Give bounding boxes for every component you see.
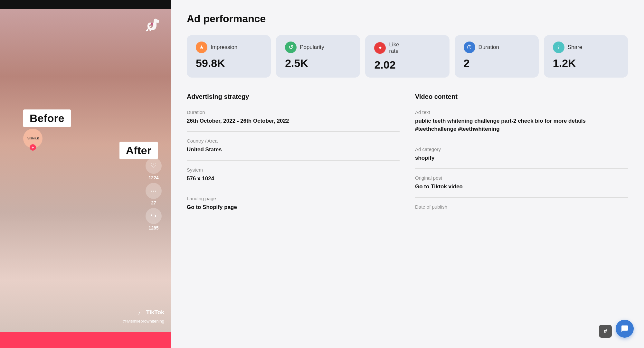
- hash-overlay: #: [599, 325, 612, 338]
- right-panel: Ad performance ★ Impression 59.8K ↺ Popu…: [171, 0, 644, 348]
- video-content-title: Video content: [415, 93, 628, 100]
- country-detail: Country / Area United States: [187, 138, 400, 161]
- comment-count: 27: [151, 200, 156, 205]
- impression-card: ★ Impression 59.8K: [187, 35, 271, 78]
- like-rate-header: ✦ Likerate: [374, 42, 440, 55]
- date-publish-detail: Date of publish: [415, 204, 628, 218]
- before-label: Before: [23, 109, 71, 127]
- country-detail-value: United States: [187, 146, 400, 154]
- tiktok-handle: @ivismileprowhitening: [122, 319, 164, 324]
- duration-icon: ⏱: [464, 42, 475, 53]
- share-card: ⇪ Share 1.2K: [544, 35, 628, 78]
- duration-label: Duration: [478, 44, 499, 51]
- system-detail-value: 576 x 1024: [187, 174, 400, 183]
- like-rate-icon: ✦: [374, 42, 386, 54]
- popularity-icon: ↺: [285, 42, 297, 53]
- duration-detail: Duration 26th October, 2022 - 26th Octob…: [187, 109, 400, 132]
- comment-icon: ···: [146, 183, 162, 199]
- popularity-value: 2.5K: [285, 57, 351, 70]
- like-rate-label: Likerate: [389, 42, 399, 55]
- after-label: After: [119, 142, 158, 159]
- share-header: ⇪ Share: [553, 42, 619, 53]
- like-action[interactable]: ♡ 1224: [146, 158, 162, 180]
- tiktok-brand-icon: [144, 15, 160, 33]
- landing-page-value[interactable]: Go to Shopify page: [187, 203, 400, 212]
- like-count: 1224: [148, 175, 158, 180]
- share-value: 1.2K: [553, 57, 619, 70]
- share-metric-icon: ⇪: [553, 42, 564, 53]
- original-post-label: Original post: [415, 175, 628, 181]
- ad-category-label: Ad category: [415, 146, 628, 152]
- comment-action[interactable]: ··· 27: [146, 183, 162, 205]
- original-post-detail: Original post Go to Tiktok video: [415, 175, 628, 198]
- share-icon: ↪: [146, 208, 162, 224]
- popularity-card: ↺ Popularity 2.5K: [276, 35, 360, 78]
- share-action[interactable]: ↪ 1285: [146, 208, 162, 230]
- duration-detail-label: Duration: [187, 109, 400, 115]
- svg-text:♪: ♪: [138, 310, 140, 315]
- impression-label: Impression: [211, 44, 237, 51]
- advertising-strategy-title: Advertising strategy: [187, 93, 400, 100]
- duration-header: ⏱ Duration: [464, 42, 530, 53]
- metrics-row: ★ Impression 59.8K ↺ Popularity 2.5K ✦ L…: [187, 35, 628, 78]
- impression-icon: ★: [196, 42, 207, 53]
- ad-text-value: public teeth whitening challenge part-2 …: [415, 117, 628, 133]
- advertising-strategy-column: Advertising strategy Duration 26th Octob…: [187, 93, 400, 224]
- country-detail-label: Country / Area: [187, 138, 400, 144]
- popularity-label: Popularity: [300, 44, 324, 51]
- ad-text-detail: Ad text public teeth whitening challenge…: [415, 109, 628, 140]
- watermark-text: TikTok: [146, 309, 164, 316]
- duration-detail-value: 26th October, 2022 - 26th October, 2022: [187, 117, 400, 125]
- details-grid: Advertising strategy Duration 26th Octob…: [187, 93, 628, 224]
- date-publish-label: Date of publish: [415, 204, 628, 210]
- duration-card: ⏱ Duration 2: [455, 35, 539, 78]
- ad-category-value: shopify: [415, 154, 628, 162]
- impression-value: 59.8K: [196, 57, 262, 70]
- follow-plus-icon[interactable]: +: [30, 144, 36, 151]
- landing-page-detail: Landing page Go to Shopify page: [187, 196, 400, 218]
- original-post-value[interactable]: Go to Tiktok video: [415, 183, 628, 191]
- tiktok-watermark: ♪ TikTok: [137, 309, 164, 316]
- avatar-text: IVISMILE: [27, 137, 39, 140]
- video-top-bar: [0, 0, 171, 9]
- chat-button[interactable]: [616, 320, 634, 338]
- bottom-bar: [0, 332, 171, 348]
- ad-text-label: Ad text: [415, 109, 628, 115]
- share-label: Share: [568, 44, 582, 51]
- video-panel: ♪ ♫ Before IVISMILE + After ♡ 1224 ··· 2…: [0, 0, 171, 348]
- landing-page-label: Landing page: [187, 196, 400, 201]
- avatar: IVISMILE +: [23, 129, 43, 148]
- video-background: [0, 9, 171, 348]
- like-icon: ♡: [146, 158, 162, 174]
- system-detail-label: System: [187, 167, 400, 173]
- popularity-header: ↺ Popularity: [285, 42, 351, 53]
- like-rate-card: ✦ Likerate 2.02: [365, 35, 449, 78]
- system-detail: System 576 x 1024: [187, 167, 400, 190]
- ad-category-detail: Ad category shopify: [415, 146, 628, 169]
- duration-value: 2: [464, 57, 530, 70]
- video-content-column: Video content Ad text public teeth white…: [415, 93, 628, 224]
- share-count: 1285: [148, 225, 158, 230]
- like-rate-value: 2.02: [374, 59, 440, 71]
- impression-header: ★ Impression: [196, 42, 262, 53]
- side-actions: ♡ 1224 ··· 27 ↪ 1285: [146, 158, 162, 230]
- page-title: Ad performance: [187, 13, 628, 25]
